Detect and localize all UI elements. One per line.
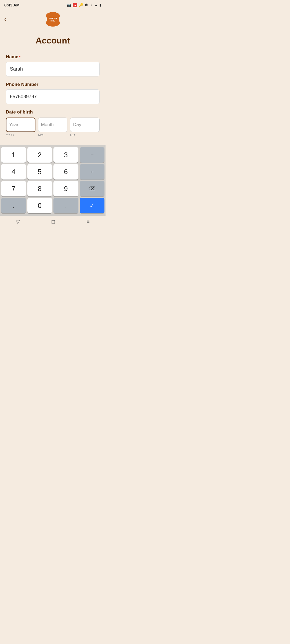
- key-2[interactable]: 2: [27, 147, 52, 163]
- key-minus[interactable]: −: [80, 147, 105, 163]
- keyboard-row-4: , 0 . ✓: [1, 198, 104, 213]
- moon-icon: ☽: [89, 3, 93, 7]
- page-title: Account: [6, 36, 100, 46]
- dob-label: Date of birth: [6, 109, 100, 115]
- battery-icon: ▮: [99, 3, 101, 7]
- nav-menu-icon[interactable]: ≡: [86, 219, 90, 225]
- year-hint: YYYY: [6, 133, 35, 137]
- key-9[interactable]: 9: [53, 181, 78, 196]
- svg-text:BURGER: BURGER: [49, 17, 57, 19]
- key-4[interactable]: 4: [1, 164, 26, 180]
- day-hint: DD: [70, 133, 100, 137]
- key-period[interactable]: .: [53, 198, 78, 213]
- keyboard-row-3: 7 8 9 ⌫: [1, 181, 104, 196]
- key-enter[interactable]: ↵: [80, 164, 105, 180]
- main-content: Account Name* Phone Number Date of birth…: [0, 30, 106, 145]
- key-7[interactable]: 7: [1, 181, 26, 196]
- bk-logo: BURGER KING: [45, 11, 61, 28]
- required-indicator: *: [19, 55, 20, 59]
- svg-text:KING: KING: [50, 20, 55, 22]
- month-hint: MM: [38, 133, 68, 137]
- key-1[interactable]: 1: [1, 147, 26, 163]
- key-delete[interactable]: ⌫: [80, 181, 105, 196]
- phone-field-group: Phone Number: [6, 82, 100, 104]
- key-comma[interactable]: ,: [1, 198, 26, 213]
- name-label: Name*: [6, 54, 100, 60]
- back-button[interactable]: ‹: [4, 16, 6, 22]
- month-field: Month MM: [38, 118, 68, 137]
- bk-logo-svg: BURGER KING: [45, 11, 61, 28]
- key-0[interactable]: 0: [27, 198, 52, 213]
- status-time: 8:43 AM: [4, 3, 20, 7]
- phone-label: Phone Number: [6, 82, 100, 87]
- dob-fields: Year YYYY Month MM Day DD: [6, 118, 100, 137]
- numeric-keyboard: 1 2 3 − 4 5 6 ↵ 7 8 9 ⌫ , 0 . ✓: [0, 145, 106, 216]
- phone-input[interactable]: [6, 89, 100, 104]
- day-field: Day DD: [70, 118, 100, 137]
- year-field: Year YYYY: [6, 118, 35, 137]
- key-5[interactable]: 5: [27, 164, 52, 180]
- rec-indicator: ●: [73, 3, 77, 7]
- keyboard-row-1: 1 2 3 −: [1, 147, 104, 163]
- key-3[interactable]: 3: [53, 147, 78, 163]
- video-icon: 📷: [67, 3, 71, 7]
- month-input[interactable]: Month: [38, 118, 68, 132]
- bluetooth-icon: ✱: [85, 3, 88, 7]
- name-input[interactable]: [6, 62, 100, 76]
- dob-section: Date of birth Year YYYY Month MM Day DD: [6, 109, 100, 137]
- wifi-icon: ▲: [94, 3, 98, 7]
- name-field-group: Name*: [6, 54, 100, 76]
- keyboard-row-2: 4 5 6 ↵: [1, 164, 104, 180]
- key-confirm[interactable]: ✓: [80, 198, 105, 213]
- year-input[interactable]: Year: [6, 118, 35, 132]
- key-icon: 🔑: [79, 3, 83, 7]
- nav-home-icon[interactable]: □: [52, 219, 55, 225]
- key-6[interactable]: 6: [53, 164, 78, 180]
- bottom-nav-bar: ▽ □ ≡: [0, 216, 106, 229]
- header: ‹ BURGER KING: [0, 9, 106, 30]
- nav-back-icon[interactable]: ▽: [16, 218, 20, 225]
- status-icons: 📷 ● 🔑 ✱ ☽ ▲ ▮: [67, 3, 101, 7]
- status-bar: 8:43 AM 📷 ● 🔑 ✱ ☽ ▲ ▮: [0, 0, 106, 9]
- day-input[interactable]: Day: [70, 118, 100, 132]
- key-8[interactable]: 8: [27, 181, 52, 196]
